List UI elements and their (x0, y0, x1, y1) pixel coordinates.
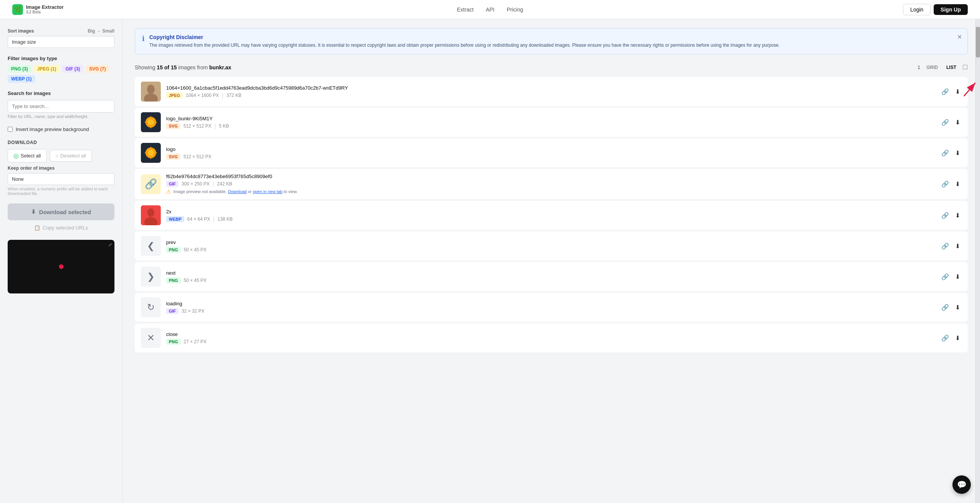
badge-jpeg[interactable]: JPEG (1) (34, 65, 60, 73)
nav-actions: Login Sign Up (903, 4, 968, 15)
image-meta: GIF 300 × 250 PX | 242 KB (166, 181, 934, 187)
copy-link-button[interactable]: 🔗 (940, 210, 951, 221)
copy-link-button[interactable]: 🔗 (940, 302, 951, 313)
type-badges: PNG (3) JPEG (1) GIF (3) SVG (7) WEBP (1… (8, 65, 114, 83)
open-new-tab-link[interactable]: open in new tab (253, 189, 283, 194)
image-row: ↻ loading GIF 32 × 32 PX 🔗 ⬇ (135, 293, 968, 322)
image-meta: JPEG 1064 × 1600 PX | 372 KB (166, 92, 934, 98)
copy-urls-button[interactable]: 📋 Copy selected URLs (8, 223, 114, 232)
image-size: 242 KB (217, 181, 232, 187)
badge-png[interactable]: PNG (3) (8, 65, 31, 73)
select-all-button[interactable]: ◎ Select all (8, 149, 47, 162)
results-header: Showing 15 of 15 images from bunkr.ax 1 … (135, 64, 968, 71)
disclaimer-close-button[interactable]: ✕ (957, 33, 962, 41)
invert-section: Invert image preview background (8, 126, 114, 132)
login-button[interactable]: Login (903, 4, 931, 15)
download-selected-button[interactable]: ⬇ Download selected (8, 203, 114, 220)
nav-api[interactable]: API (486, 7, 495, 13)
image-actions: 🔗 ⬇ (940, 272, 962, 282)
type-badge: PNG (166, 277, 181, 283)
copy-link-button[interactable]: 🔗 (940, 272, 951, 282)
grid-view-button[interactable]: GRID (924, 64, 940, 71)
search-input[interactable] (8, 100, 114, 113)
nav-extract[interactable]: Extract (457, 7, 474, 13)
image-thumbnail: ↻ (141, 297, 161, 317)
download-button[interactable]: ⬇ (954, 87, 962, 97)
deselect-all-label: Deselect all (60, 153, 86, 159)
showing-text: Showing 15 of 15 images from bunkr.ax (135, 64, 231, 70)
app-logo[interactable]: 🌿 Image Extractor 3.2 Beta (12, 4, 64, 15)
preview-dot (59, 264, 64, 269)
select-all-checkbox-icon[interactable]: ☐ (962, 64, 968, 71)
copy-link-button[interactable]: 🔗 (940, 148, 951, 158)
image-dimensions: 300 × 250 PX (181, 181, 209, 187)
type-badge: PNG (166, 247, 181, 253)
sort-label: Sort images (8, 28, 34, 34)
sidebar: Sort images Big → Small Image size Filte… (0, 19, 122, 503)
signup-button[interactable]: Sign Up (934, 4, 968, 15)
badge-gif[interactable]: GIF (3) (62, 65, 83, 73)
copy-link-button[interactable]: 🔗 (940, 117, 951, 128)
image-name: next (166, 270, 934, 276)
invert-checkbox[interactable] (8, 127, 13, 132)
scrollbar[interactable] (975, 19, 980, 503)
download-button[interactable]: ⬇ (954, 302, 962, 313)
copy-icon: 📋 (34, 225, 40, 231)
app-name: Image Extractor (26, 4, 64, 10)
navbar: 🌿 Image Extractor 3.2 Beta Extract API P… (0, 0, 980, 19)
image-info: prev PNG 50 × 45 PX (166, 239, 934, 253)
download-button[interactable]: ⬇ (954, 272, 962, 282)
image-meta: PNG 27 × 27 PX (166, 339, 934, 345)
image-info: logo_bunkr-9Ki5M1Y SVG 512 × 512 PX | 5 … (166, 116, 934, 129)
list-view-button[interactable]: LIST (944, 64, 959, 71)
image-info: close PNG 27 × 27 PX (166, 331, 934, 345)
nav-pricing[interactable]: Pricing (507, 7, 523, 13)
image-thumbnail: 🔗 (141, 174, 161, 194)
image-dimensions: 50 × 45 PX (184, 278, 207, 283)
chat-fab-button[interactable]: 💬 (952, 475, 971, 494)
search-section: Search for images Filter by URL, name, t… (8, 90, 114, 119)
expand-icon[interactable]: ⤢ (108, 242, 112, 247)
download-button[interactable]: ⬇ (954, 241, 962, 251)
keep-order-select[interactable]: None (8, 173, 114, 185)
image-meta: PNG 50 × 45 PX (166, 247, 934, 253)
copy-link-button[interactable]: 🔗 (940, 179, 951, 189)
type-badge: GIF (166, 308, 178, 314)
image-actions: 🔗 ⬇ (940, 148, 962, 158)
image-size: 138 KB (217, 216, 232, 222)
sort-direction: Big → Small (88, 28, 114, 34)
image-meta: PNG 50 × 45 PX (166, 277, 934, 283)
deselect-all-icon: ○ (56, 153, 59, 159)
deselect-all-button[interactable]: ○ Deselect all (50, 150, 92, 162)
scrollbar-thumb[interactable] (976, 27, 980, 57)
results-text: Showing 15 of 15 images from bunkr.ax (135, 64, 231, 70)
image-meta: WEBP 64 × 64 PX | 138 KB (166, 216, 934, 222)
download-link[interactable]: Download (228, 189, 247, 194)
image-size: 5 KB (219, 123, 229, 129)
image-thumbnail: ❮ (141, 236, 161, 256)
download-button[interactable]: ⬇ (954, 117, 962, 128)
search-label: Search for images (8, 90, 114, 96)
type-badge: SVG (166, 154, 180, 160)
copy-link-button[interactable]: 🔗 (940, 87, 951, 97)
image-row: ✕ close PNG 27 × 27 PX 🔗 ⬇ (135, 323, 968, 352)
badge-webp[interactable]: WEBP (1) (8, 75, 35, 83)
search-hint: Filter by URL, name, type and width/heig… (8, 114, 114, 119)
image-row: 2x WEBP 64 × 64 PX | 138 KB 🔗 ⬇ (135, 201, 968, 230)
image-actions: 🔗 ⬇ (940, 241, 962, 251)
download-button[interactable]: ⬇ (954, 179, 962, 189)
copy-link-button[interactable]: 🔗 (940, 241, 951, 251)
sort-select[interactable]: Image size (8, 36, 114, 48)
image-meta: SVG 512 × 512 PX (166, 154, 934, 160)
download-button[interactable]: ⬇ (954, 210, 962, 221)
download-button[interactable]: ⬇ (954, 148, 962, 158)
image-size: 372 KB (226, 93, 241, 98)
copy-link-button[interactable]: 🔗 (940, 333, 951, 343)
download-button[interactable]: ⬇ (954, 333, 962, 343)
image-info: 1064×1600_6a1cbac5f1edd4763ead9dcba3bd6d… (166, 85, 934, 98)
image-row: ❯ next PNG 50 × 45 PX 🔗 ⬇ (135, 262, 968, 291)
invert-label[interactable]: Invert image preview background (8, 126, 114, 132)
image-thumbnail: ❯ (141, 267, 161, 287)
badge-svg[interactable]: SVG (7) (86, 65, 109, 73)
image-actions: 🔗 ⬇ (940, 333, 962, 343)
